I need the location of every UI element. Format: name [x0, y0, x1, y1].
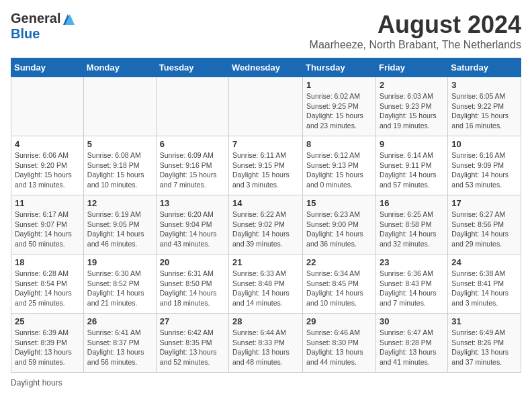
- day-number: 23: [380, 257, 444, 267]
- calendar-header-row: Sunday Monday Tuesday Wednesday Thursday…: [11, 58, 521, 77]
- day-info: Sunrise: 6:28 AM Sunset: 8:54 PM Dayligh…: [15, 269, 80, 308]
- day-info: Sunrise: 6:39 AM Sunset: 8:39 PM Dayligh…: [15, 328, 80, 367]
- calendar-table: Sunday Monday Tuesday Wednesday Thursday…: [11, 58, 521, 373]
- calendar-week-row: 1Sunrise: 6:02 AM Sunset: 9:25 PM Daylig…: [11, 77, 521, 136]
- calendar-day: 23Sunrise: 6:36 AM Sunset: 8:43 PM Dayli…: [375, 255, 447, 314]
- header-friday: Friday: [375, 58, 447, 77]
- calendar-day: 3Sunrise: 6:05 AM Sunset: 9:22 PM Daylig…: [448, 77, 521, 136]
- day-number: 3: [451, 80, 517, 90]
- calendar-body: 1Sunrise: 6:02 AM Sunset: 9:25 PM Daylig…: [11, 77, 521, 373]
- day-info: Sunrise: 6:41 AM Sunset: 8:37 PM Dayligh…: [87, 328, 152, 367]
- day-number: 27: [160, 316, 225, 326]
- calendar-day: 1Sunrise: 6:02 AM Sunset: 9:25 PM Daylig…: [303, 77, 376, 136]
- calendar-day: 24Sunrise: 6:38 AM Sunset: 8:41 PM Dayli…: [448, 255, 521, 314]
- calendar-day: 18Sunrise: 6:28 AM Sunset: 8:54 PM Dayli…: [11, 255, 84, 314]
- header-monday: Monday: [83, 58, 156, 77]
- day-number: 1: [306, 80, 372, 90]
- day-info: Sunrise: 6:44 AM Sunset: 8:33 PM Dayligh…: [232, 328, 299, 367]
- page-title: August 2024: [310, 11, 521, 39]
- calendar-day: 26Sunrise: 6:41 AM Sunset: 8:37 PM Dayli…: [83, 314, 156, 373]
- header-thursday: Thursday: [303, 58, 376, 77]
- day-number: 28: [232, 316, 299, 326]
- calendar-day: 6Sunrise: 6:09 AM Sunset: 9:16 PM Daylig…: [156, 136, 228, 195]
- calendar-day: 27Sunrise: 6:42 AM Sunset: 8:35 PM Dayli…: [156, 314, 228, 373]
- day-number: 5: [87, 139, 152, 149]
- day-number: 31: [451, 316, 517, 326]
- calendar-day: 4Sunrise: 6:06 AM Sunset: 9:20 PM Daylig…: [11, 136, 84, 195]
- calendar-day: [11, 77, 84, 136]
- day-info: Sunrise: 6:23 AM Sunset: 9:00 PM Dayligh…: [306, 210, 372, 249]
- day-info: Sunrise: 6:17 AM Sunset: 9:07 PM Dayligh…: [15, 210, 80, 249]
- logo-blue: Blue: [11, 26, 40, 42]
- calendar-day: 28Sunrise: 6:44 AM Sunset: 8:33 PM Dayli…: [229, 314, 303, 373]
- calendar-day: 16Sunrise: 6:25 AM Sunset: 8:58 PM Dayli…: [375, 195, 447, 255]
- day-number: 9: [380, 139, 444, 149]
- day-info: Sunrise: 6:30 AM Sunset: 8:52 PM Dayligh…: [87, 269, 152, 308]
- day-info: Sunrise: 6:12 AM Sunset: 9:13 PM Dayligh…: [306, 150, 372, 190]
- calendar-day: 30Sunrise: 6:47 AM Sunset: 8:28 PM Dayli…: [375, 314, 447, 373]
- day-info: Sunrise: 6:02 AM Sunset: 9:25 PM Dayligh…: [306, 91, 372, 131]
- day-info: Sunrise: 6:31 AM Sunset: 8:50 PM Dayligh…: [160, 269, 225, 308]
- day-number: 24: [451, 257, 517, 267]
- day-number: 15: [306, 198, 372, 208]
- day-info: Sunrise: 6:11 AM Sunset: 9:15 PM Dayligh…: [232, 150, 299, 190]
- day-number: 21: [232, 257, 299, 267]
- title-block: August 2024 Maarheeze, North Brabant, Th…: [310, 11, 521, 51]
- day-number: 26: [87, 316, 152, 326]
- day-number: 25: [15, 316, 80, 326]
- header-saturday: Saturday: [448, 58, 521, 77]
- day-info: Sunrise: 6:05 AM Sunset: 9:22 PM Dayligh…: [451, 91, 517, 131]
- calendar-day: [83, 77, 156, 136]
- day-number: 10: [451, 139, 517, 149]
- logo: General Blue: [11, 11, 75, 42]
- calendar-week-row: 4Sunrise: 6:06 AM Sunset: 9:20 PM Daylig…: [11, 136, 521, 195]
- day-number: 16: [380, 198, 444, 208]
- day-number: 12: [87, 198, 152, 208]
- calendar-day: 5Sunrise: 6:08 AM Sunset: 9:18 PM Daylig…: [83, 136, 156, 195]
- calendar-day: [229, 77, 303, 136]
- day-info: Sunrise: 6:06 AM Sunset: 9:20 PM Dayligh…: [15, 150, 80, 190]
- day-number: 19: [87, 257, 152, 267]
- day-info: Sunrise: 6:03 AM Sunset: 9:23 PM Dayligh…: [380, 91, 444, 131]
- calendar-day: 10Sunrise: 6:16 AM Sunset: 9:09 PM Dayli…: [448, 136, 521, 195]
- calendar-day: 8Sunrise: 6:12 AM Sunset: 9:13 PM Daylig…: [303, 136, 376, 195]
- day-number: 17: [451, 198, 517, 208]
- day-info: Sunrise: 6:20 AM Sunset: 9:04 PM Dayligh…: [160, 210, 225, 249]
- day-number: 30: [380, 316, 444, 326]
- day-info: Sunrise: 6:22 AM Sunset: 9:02 PM Dayligh…: [232, 210, 299, 249]
- day-number: 4: [15, 139, 80, 149]
- day-number: 2: [380, 80, 444, 90]
- day-info: Sunrise: 6:42 AM Sunset: 8:35 PM Dayligh…: [160, 328, 225, 367]
- calendar-day: 7Sunrise: 6:11 AM Sunset: 9:15 PM Daylig…: [229, 136, 303, 195]
- day-number: 18: [15, 257, 80, 267]
- day-number: 8: [306, 139, 372, 149]
- calendar-day: 22Sunrise: 6:34 AM Sunset: 8:45 PM Dayli…: [303, 255, 376, 314]
- calendar-day: 20Sunrise: 6:31 AM Sunset: 8:50 PM Dayli…: [156, 255, 228, 314]
- day-number: 13: [160, 198, 225, 208]
- day-number: 20: [160, 257, 225, 267]
- calendar-day: 19Sunrise: 6:30 AM Sunset: 8:52 PM Dayli…: [83, 255, 156, 314]
- page-header: General Blue August 2024 Maarheeze, Nort…: [11, 11, 521, 51]
- calendar-day: [156, 77, 228, 136]
- calendar-day: 17Sunrise: 6:27 AM Sunset: 8:56 PM Dayli…: [448, 195, 521, 255]
- day-number: 6: [160, 139, 225, 149]
- day-number: 14: [232, 198, 299, 208]
- calendar-week-row: 25Sunrise: 6:39 AM Sunset: 8:39 PM Dayli…: [11, 314, 521, 373]
- calendar-day: 29Sunrise: 6:46 AM Sunset: 8:30 PM Dayli…: [303, 314, 376, 373]
- calendar-day: 13Sunrise: 6:20 AM Sunset: 9:04 PM Dayli…: [156, 195, 228, 255]
- day-info: Sunrise: 6:08 AM Sunset: 9:18 PM Dayligh…: [87, 150, 152, 190]
- day-number: 7: [232, 139, 299, 149]
- day-number: 11: [15, 198, 80, 208]
- day-info: Sunrise: 6:25 AM Sunset: 8:58 PM Dayligh…: [380, 210, 444, 249]
- day-info: Sunrise: 6:09 AM Sunset: 9:16 PM Dayligh…: [160, 150, 225, 190]
- day-info: Sunrise: 6:49 AM Sunset: 8:26 PM Dayligh…: [451, 328, 517, 367]
- calendar-day: 14Sunrise: 6:22 AM Sunset: 9:02 PM Dayli…: [229, 195, 303, 255]
- header-wednesday: Wednesday: [229, 58, 303, 77]
- calendar-day: 25Sunrise: 6:39 AM Sunset: 8:39 PM Dayli…: [11, 314, 84, 373]
- calendar-day: 15Sunrise: 6:23 AM Sunset: 9:00 PM Dayli…: [303, 195, 376, 255]
- day-info: Sunrise: 6:14 AM Sunset: 9:11 PM Dayligh…: [380, 150, 444, 190]
- day-number: 29: [306, 316, 372, 326]
- day-number: 22: [306, 257, 372, 267]
- calendar-day: 31Sunrise: 6:49 AM Sunset: 8:26 PM Dayli…: [448, 314, 521, 373]
- header-tuesday: Tuesday: [156, 58, 228, 77]
